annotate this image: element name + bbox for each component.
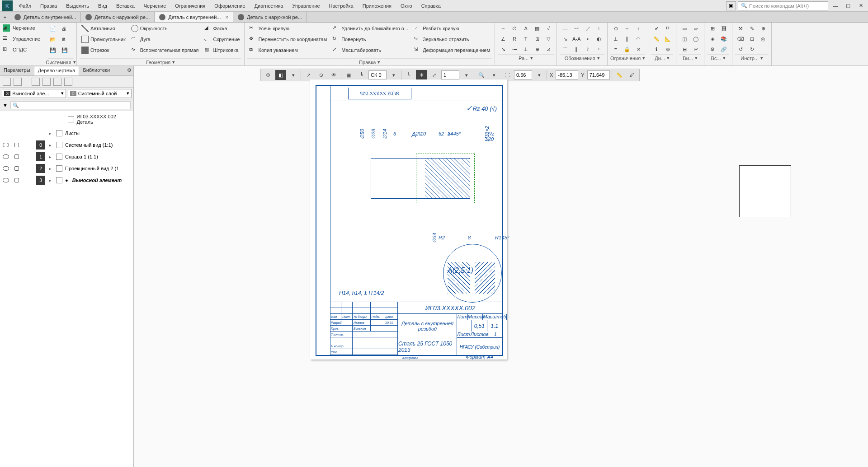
doc-tab-3[interactable]: Деталь с наружной ре... (233, 12, 307, 22)
ins-img-icon[interactable]: 🖼 (718, 23, 729, 33)
dim-leader-icon[interactable]: ↘ (498, 44, 509, 54)
dim-base-icon[interactable]: ▽ (543, 34, 554, 44)
con-eq-icon[interactable]: = (610, 44, 621, 54)
drawing-sheet[interactable]: ИГ03.XXXXX.002 Rz 40 (√) 62 20 10 ∅50 ∅2… (310, 79, 507, 360)
split-button[interactable]: ⟋Разбить кривую (412, 23, 492, 33)
tool-c-icon[interactable]: ⊕ (758, 23, 769, 33)
con-coinc-icon[interactable]: ⊙ (610, 23, 621, 33)
dim-weld-icon[interactable]: ⊿ (543, 44, 554, 54)
tool-e-icon[interactable]: ⊡ (746, 34, 757, 44)
con-horiz-icon[interactable]: ↔ (622, 23, 632, 33)
ins-lib-icon[interactable]: 📚 (718, 34, 729, 44)
anno-tan-icon[interactable]: ⟟ (582, 44, 593, 54)
chevron-down-icon[interactable]: ▾ (172, 59, 175, 65)
tree-tool-5[interactable] (53, 78, 61, 86)
tab-tree[interactable]: Дерево чертежа (34, 66, 80, 75)
anno-perp-icon[interactable]: ⊥ (594, 23, 604, 33)
chamfer-button[interactable]: ◢Фаска (203, 23, 242, 33)
open-button[interactable]: 📂 (48, 34, 58, 44)
view-det-icon[interactable]: ◯ (690, 34, 701, 44)
close-tab-icon[interactable]: × (226, 14, 228, 20)
new-tab-button[interactable]: + (0, 12, 10, 22)
anno-sec-icon[interactable]: A-A (571, 34, 582, 44)
anno-line-icon[interactable]: — (560, 23, 571, 33)
dim-t-icon[interactable]: T (520, 34, 531, 44)
zoom-field[interactable]: 0.56 (514, 70, 532, 79)
diag-a-icon[interactable]: 📐 (662, 34, 673, 44)
con-perp-icon[interactable]: ⊥ (610, 34, 621, 44)
tool-a-icon[interactable]: ⚒ (735, 23, 746, 33)
anno-dot-icon[interactable]: • (582, 34, 593, 44)
new-doc-button[interactable]: 📄 (48, 23, 58, 33)
menu-edit[interactable]: Правка (36, 1, 61, 10)
menu-setup[interactable]: Настройка (325, 1, 358, 10)
vt-zoom-dd[interactable]: ▾ (534, 70, 545, 80)
segment-button[interactable]: Отрезок (80, 45, 127, 55)
anno-arc-icon[interactable]: ⌒ (560, 44, 571, 54)
circle-button[interactable]: Окружность (129, 23, 201, 33)
window-maximize[interactable]: ▢ (843, 1, 854, 10)
dim-surf-icon[interactable]: √ (543, 23, 554, 33)
dim-chain-icon[interactable]: ⊶ (509, 44, 520, 54)
vt-meas-icon[interactable]: 📏 (614, 70, 625, 80)
tab-libs[interactable]: Библиотеки (79, 66, 113, 75)
vt-dd-icon[interactable]: ▾ (288, 70, 299, 80)
move-coords-button[interactable]: ✥Переместить по координатам (247, 34, 329, 44)
mode-spds[interactable]: ⊞СПДС (0, 44, 45, 55)
x-field[interactable]: -85.13 (556, 70, 578, 79)
save-as-button[interactable]: 💾 (60, 45, 70, 55)
vt-snap1-icon[interactable]: ↗ (303, 70, 314, 80)
diag-check-icon[interactable]: ✔ (651, 23, 662, 33)
menu-file[interactable]: Файл (14, 1, 36, 10)
con-vert-icon[interactable]: ↕ (633, 23, 644, 33)
dim-center-icon[interactable]: ⊕ (532, 44, 542, 54)
menu-view[interactable]: Вид (94, 1, 112, 10)
extend-button[interactable]: ↗Удлинить до ближайшего о... (330, 23, 410, 33)
rotate-button[interactable]: ↻Повернуть (330, 34, 410, 44)
dim-radial-icon[interactable]: R (509, 34, 520, 44)
menu-format[interactable]: Оформление (210, 1, 250, 10)
doc-tab-0[interactable]: Деталь с внутренней... (10, 12, 81, 22)
ins-obj-icon[interactable]: ◈ (707, 34, 718, 44)
tree-row-sheets[interactable]: ▸Листы (0, 127, 133, 139)
canvas[interactable]: ⚙ ◧ ▾ ↗ ⊙ 👁 ▦ ┗ СК 0 ▾ └ ✳ ⤢ 1 ▾ 🔍 ▾ ⛶ 0… (134, 66, 868, 467)
dim-text-icon[interactable]: A (520, 23, 531, 33)
y-field[interactable]: 71.649 (587, 70, 610, 79)
con-del-icon[interactable]: ✕ (633, 44, 644, 54)
dim-diam-icon[interactable]: ∅ (509, 23, 520, 33)
view-std-icon[interactable]: ▭ (679, 23, 690, 33)
diag-x-icon[interactable]: ⊗ (662, 44, 673, 54)
chevron-down-icon[interactable]: ▾ (377, 59, 380, 65)
scale-field[interactable]: 1 (441, 70, 459, 79)
anno-slash-icon[interactable]: ／ (582, 23, 593, 33)
vt-snap3-icon[interactable]: 👁 (328, 70, 339, 80)
menu-manage[interactable]: Управление (288, 1, 324, 10)
tool-h-icon[interactable]: ↻ (746, 44, 757, 54)
tool-b-icon[interactable]: ✎ (746, 23, 757, 33)
ins-macro-icon[interactable]: ⚙ (707, 44, 718, 54)
menu-drafting[interactable]: Черчение (139, 1, 171, 10)
doc-tab-2[interactable]: Деталь с внутренней...× (155, 12, 233, 22)
menu-select[interactable]: Выделить (61, 1, 94, 10)
mode-manage[interactable]: ☰Управление (0, 33, 45, 44)
layout-icon[interactable]: ▣ (726, 1, 736, 10)
hatch-button[interactable]: ▨Штриховка (203, 45, 242, 55)
command-search[interactable]: 🔍 Поиск по командам (Alt+/) (738, 1, 828, 10)
tree-row-sysview[interactable]: 0 ▸Системный вид (1:1) (0, 139, 133, 151)
vt-zoomfit-icon[interactable]: ⛶ (501, 70, 512, 80)
con-par-icon[interactable]: ∥ (622, 34, 632, 44)
dim-ord-icon[interactable]: ⊥ (520, 44, 531, 54)
diag-e-icon[interactable]: ⁉ (662, 23, 673, 33)
diag-i-icon[interactable]: ℹ (651, 44, 662, 54)
eye-icon[interactable] (3, 178, 9, 182)
vt-grid-icon[interactable]: ▦ (343, 70, 354, 80)
layer-selector[interactable]: 0Системный слой▾ (68, 89, 132, 98)
window-close[interactable]: ✕ (855, 1, 866, 10)
vt-cs-icon[interactable]: ┗ (356, 70, 367, 80)
mode-draft[interactable]: ◢Черчение (0, 23, 45, 33)
print-button[interactable]: 🖨 (60, 23, 70, 33)
tree-tool-4[interactable] (42, 78, 51, 86)
diag-m-icon[interactable]: 📏 (651, 34, 662, 44)
menu-apps[interactable]: Приложения (358, 1, 396, 10)
tree-tool-3[interactable] (32, 78, 40, 86)
